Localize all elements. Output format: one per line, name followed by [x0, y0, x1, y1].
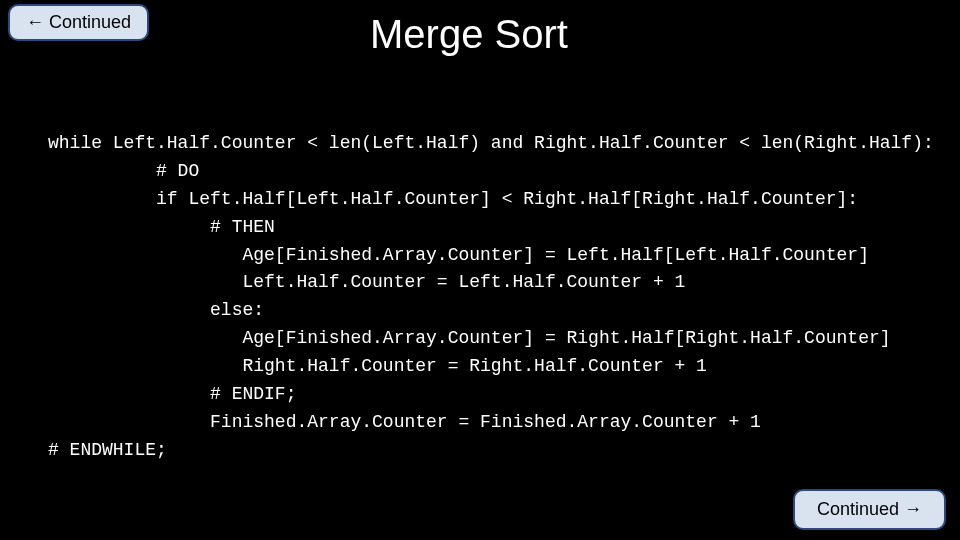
arrow-right-icon: → [904, 499, 922, 519]
continued-prev-label: Continued [49, 12, 131, 32]
code-line: Left.Half.Counter = Left.Half.Counter + … [48, 272, 685, 292]
continued-prev-button[interactable]: ← Continued [8, 4, 149, 41]
code-line: # ENDWHILE; [48, 440, 167, 460]
code-line: Age[Finished.Array.Counter] = Left.Half[… [48, 245, 869, 265]
code-line: while Left.Half.Counter < len(Left.Half)… [48, 133, 934, 153]
code-line: Finished.Array.Counter = Finished.Array.… [48, 412, 761, 432]
code-line: Right.Half.Counter = Right.Half.Counter … [48, 356, 707, 376]
arrow-left-icon: ← [26, 12, 44, 32]
code-line: if Left.Half[Left.Half.Counter] < Right.… [48, 189, 858, 209]
continued-next-button[interactable]: Continued → [793, 489, 946, 530]
code-line: # ENDIF; [48, 384, 296, 404]
code-line: # THEN [48, 217, 275, 237]
slide-title: Merge Sort [370, 12, 568, 57]
code-line: Age[Finished.Array.Counter] = Right.Half… [48, 328, 891, 348]
code-block: while Left.Half.Counter < len(Left.Half)… [48, 130, 934, 465]
code-line: else: [48, 300, 264, 320]
slide: ← Continued Merge Sort while Left.Half.C… [0, 0, 960, 540]
code-line: # DO [48, 161, 199, 181]
continued-next-label: Continued [817, 499, 899, 519]
